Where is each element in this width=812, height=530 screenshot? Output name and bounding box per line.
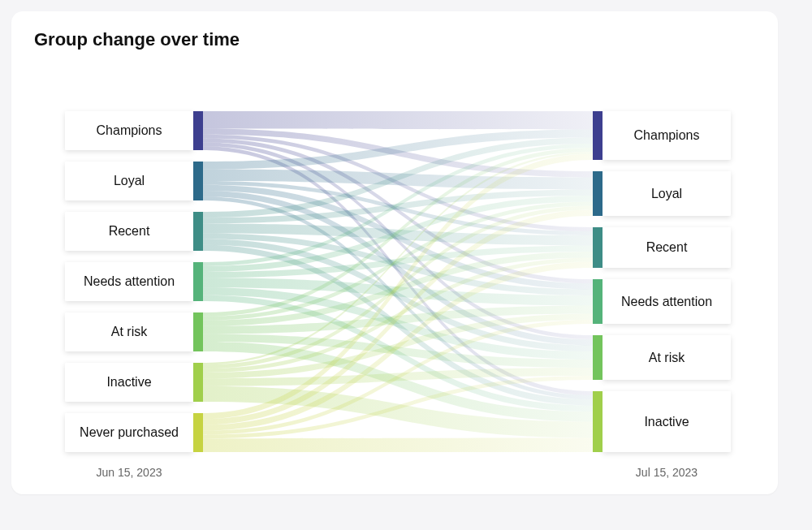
node-bar bbox=[193, 312, 203, 351]
left-node-needs_attention: Needs attention bbox=[65, 262, 203, 301]
right-node-champions: Champions bbox=[593, 111, 731, 160]
left-date: Jun 15, 2023 bbox=[97, 466, 162, 479]
node-bar bbox=[593, 171, 603, 216]
node-label: At risk bbox=[649, 351, 685, 364]
right-date: Jul 15, 2023 bbox=[636, 466, 698, 479]
node-bar bbox=[193, 262, 203, 301]
node-bar bbox=[193, 212, 203, 251]
node-label: Loyal bbox=[114, 174, 145, 187]
right-node-recent: Recent bbox=[593, 227, 731, 268]
node-label: Never purchased bbox=[80, 425, 179, 439]
node-bar bbox=[193, 111, 203, 150]
right-node-loyal: Loyal bbox=[593, 171, 731, 216]
node-bar bbox=[193, 162, 203, 200]
chart-card: Group change over time ChampionsLoyalRec… bbox=[11, 11, 778, 494]
left-node-at_risk: At risk bbox=[65, 312, 203, 351]
node-label: Inactive bbox=[106, 375, 151, 389]
node-bar bbox=[593, 111, 603, 160]
node-bar bbox=[593, 227, 603, 268]
node-label: Champions bbox=[97, 123, 162, 137]
chart-title: Group change over time bbox=[34, 29, 757, 50]
left-node-loyal: Loyal bbox=[65, 162, 203, 200]
sankey-chart: ChampionsLoyalRecentNeeds attentionAt ri… bbox=[32, 58, 763, 497]
node-label: Recent bbox=[109, 224, 150, 238]
node-label: Inactive bbox=[644, 415, 689, 429]
node-bar bbox=[593, 335, 603, 380]
node-bar bbox=[193, 413, 203, 452]
node-label: Recent bbox=[646, 240, 688, 254]
node-bar bbox=[593, 279, 603, 324]
left-node-never_purchased: Never purchased bbox=[65, 413, 203, 452]
left-node-champions: Champions bbox=[65, 111, 203, 150]
node-label: Champions bbox=[634, 128, 700, 142]
sankey-flow bbox=[203, 111, 593, 130]
node-label: Loyal bbox=[651, 187, 682, 200]
sankey-flow bbox=[203, 438, 593, 453]
node-label: Needs attention bbox=[621, 295, 712, 308]
right-node-at_risk: At risk bbox=[593, 335, 731, 380]
right-node-inactive: Inactive bbox=[593, 391, 731, 452]
node-label: At risk bbox=[111, 325, 148, 338]
left-node-inactive: Inactive bbox=[65, 363, 203, 402]
node-bar bbox=[593, 391, 603, 452]
node-label: Needs attention bbox=[84, 274, 175, 288]
right-node-needs_attention: Needs attention bbox=[593, 279, 731, 324]
left-node-recent: Recent bbox=[65, 212, 203, 251]
node-bar bbox=[193, 363, 203, 402]
